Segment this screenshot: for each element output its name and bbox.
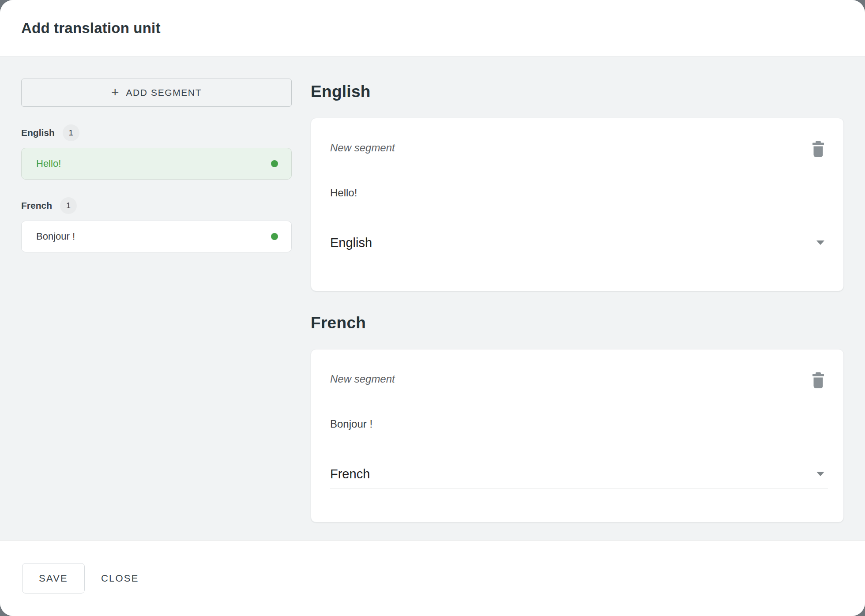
segments-sidebar: + ADD SEGMENT English 1 Hello! French 1 … <box>21 56 292 540</box>
add-translation-unit-dialog: Add translation unit + ADD SEGMENT Engli… <box>0 0 865 616</box>
delete-segment-button[interactable] <box>809 139 828 159</box>
add-segment-button[interactable]: + ADD SEGMENT <box>21 79 292 107</box>
segment-count-badge: 1 <box>63 124 79 141</box>
dialog-footer: SAVE CLOSE <box>0 540 865 616</box>
language-select[interactable]: French <box>330 466 828 488</box>
chevron-down-icon <box>816 240 824 245</box>
delete-segment-button[interactable] <box>809 371 828 390</box>
status-dot-icon <box>271 160 278 167</box>
dialog-content: + ADD SEGMENT English 1 Hello! French 1 … <box>0 56 865 540</box>
unit-heading-english: English <box>311 82 844 101</box>
segment-card-english: New segment Hello! English <box>311 118 844 291</box>
language-name: French <box>21 200 52 211</box>
unit-heading-french: French <box>311 313 844 333</box>
plus-icon: + <box>111 86 119 99</box>
segment-editor-panel: English New segment Hello! English <box>311 56 844 540</box>
segment-text-field[interactable]: Hello! <box>330 186 828 199</box>
segment-chip-french[interactable]: Bonjour ! <box>21 221 292 252</box>
segment-count-badge: 1 <box>60 197 77 214</box>
segment-text-field[interactable]: Bonjour ! <box>330 417 828 431</box>
close-button[interactable]: CLOSE <box>101 573 139 584</box>
language-group-header-english: English 1 <box>21 124 292 141</box>
card-head: New segment <box>330 141 828 159</box>
dialog-header: Add translation unit <box>0 0 865 56</box>
language-select-value: English <box>330 235 372 251</box>
add-segment-label: ADD SEGMENT <box>126 87 202 98</box>
status-dot-icon <box>271 233 278 240</box>
segment-card-french: New segment Bonjour ! French <box>311 349 844 522</box>
language-name: English <box>21 128 55 138</box>
save-button[interactable]: SAVE <box>22 563 85 593</box>
trash-icon <box>812 141 825 158</box>
segment-chip-text: Bonjour ! <box>36 231 75 242</box>
language-select-value: French <box>330 466 370 482</box>
new-segment-label: New segment <box>330 372 395 386</box>
segment-chip-english[interactable]: Hello! <box>21 148 292 180</box>
dialog-title: Add translation unit <box>21 20 161 37</box>
language-select[interactable]: English <box>330 235 828 257</box>
trash-icon <box>812 372 825 389</box>
chevron-down-icon <box>816 472 824 476</box>
segment-chip-text: Hello! <box>36 158 61 169</box>
card-head: New segment <box>330 372 828 390</box>
language-group-header-french: French 1 <box>21 197 292 214</box>
new-segment-label: New segment <box>330 141 395 154</box>
